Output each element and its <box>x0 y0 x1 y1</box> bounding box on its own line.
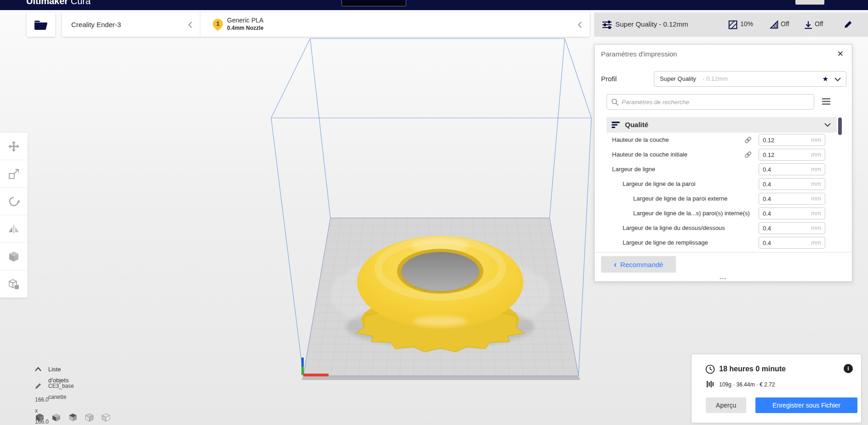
object-name: CE3_base canette <box>48 380 74 403</box>
printer-material-bar: Creality Ender-3 1 Generic PLA 0.4mm Noz… <box>62 12 590 37</box>
quality-icon <box>611 121 620 129</box>
tool-sidebar <box>0 133 28 298</box>
per-model-settings-button[interactable] <box>0 243 28 270</box>
move-icon <box>8 140 20 152</box>
setting-row: Hauteur de la couche initiale mm <box>607 147 837 162</box>
rotate-icon <box>8 196 20 207</box>
printer-selector[interactable]: Creality Ender-3 <box>62 12 200 37</box>
setting-unit: mm <box>811 149 821 161</box>
chevron-left-icon: ‹ <box>614 260 617 268</box>
view-left-button[interactable] <box>85 413 94 424</box>
cura-window: Ultimaker Cura Creality Ender-3 1 Generi… <box>0 0 868 425</box>
close-button[interactable]: ✕ <box>834 49 846 59</box>
view-right-icon <box>102 413 110 422</box>
open-file-button[interactable] <box>27 12 55 37</box>
info-icon: i <box>847 365 849 372</box>
material-selector[interactable]: 1 Generic PLA 0.4mm Nozzle <box>200 12 590 37</box>
support-blocker-button[interactable] <box>0 270 28 298</box>
scale-tool-button[interactable] <box>0 160 28 188</box>
edit-icon[interactable] <box>844 20 853 29</box>
setting-row: Largeur de ligne de la paroi externe mm <box>607 191 837 206</box>
menu-icon <box>822 98 831 105</box>
view-preset-buttons <box>35 413 110 424</box>
chevron-left-icon <box>188 21 193 28</box>
nozzle-size: 0.4mm Nozzle <box>227 24 263 32</box>
view-3d-button[interactable] <box>35 413 44 424</box>
view-top-icon <box>68 413 77 422</box>
settings-search-input[interactable] <box>607 95 814 109</box>
settings-menu-button[interactable] <box>822 98 831 106</box>
mirror-icon <box>8 223 20 235</box>
setting-list: Qualité Hauteur de la couche mm Hauteur … <box>607 117 837 251</box>
support-value: Off <box>781 20 789 28</box>
setting-row: Largeur de ligne de remplissage mm <box>607 235 837 250</box>
support-blocker-icon <box>8 278 20 290</box>
mirror-tool-button[interactable] <box>0 215 28 243</box>
tune-icon <box>602 20 612 29</box>
object-list-toggle[interactable] <box>34 364 42 375</box>
model-canette[interactable] <box>356 236 525 352</box>
setting-label: Largeur de ligne de la paroi externe <box>633 191 727 206</box>
setting-row: Hauteur de la couche mm <box>607 133 837 147</box>
recommended-label: Recommandé <box>620 261 663 268</box>
app-header: Ultimaker Cura <box>0 0 868 10</box>
print-job-card: 18 heures 0 minute i 109g · 36.44m · € 2… <box>691 354 862 423</box>
setting-row: Largeur de la ligne du dessus/dessous mm <box>607 221 837 235</box>
info-button[interactable]: i <box>844 364 853 373</box>
view-top-button[interactable] <box>68 413 77 424</box>
view-right-button[interactable] <box>102 413 110 424</box>
setting-row: Largeur de ligne mm <box>607 162 837 177</box>
move-tool-button[interactable] <box>0 133 28 160</box>
header-account-button[interactable] <box>795 0 824 5</box>
clock-icon <box>705 364 715 374</box>
view-front-icon <box>52 413 61 422</box>
setting-row: Largeur de ligne de la...s) paroi(s) int… <box>607 206 837 221</box>
infill-value: 10% <box>740 20 753 28</box>
setting-unit: mm <box>811 178 821 190</box>
printer-name: Creality Ender-3 <box>71 21 121 28</box>
print-settings-summary[interactable]: Super Quality - 0.12mm 10% Off Off <box>594 12 868 37</box>
setting-label: Hauteur de la couche <box>612 133 669 147</box>
setting-unit: mm <box>811 193 821 205</box>
setting-unit: mm <box>811 207 821 219</box>
profile-dropdown[interactable]: Super Quality - 0.12mm ★ <box>654 71 846 87</box>
setting-label: Largeur de ligne <box>612 162 655 177</box>
setting-unit: mm <box>811 222 821 234</box>
category-quality[interactable]: Qualité <box>607 117 837 133</box>
print-time: 18 heures 0 minute <box>719 365 786 373</box>
chevron-down-icon <box>834 78 841 82</box>
material-name: Generic PLA <box>227 17 263 24</box>
adhesion-icon <box>804 20 813 29</box>
setting-row: Largeur de ligne de la paroi mm <box>607 177 837 191</box>
print-settings-panel: Paramètres d'impression ✕ Profil Super Q… <box>594 44 852 282</box>
view-front-button[interactable] <box>52 413 61 424</box>
chevron-down-icon <box>824 123 831 127</box>
setting-label: Hauteur de la couche initiale <box>612 147 687 162</box>
support-icon <box>770 20 779 29</box>
scrollbar[interactable] <box>838 117 842 251</box>
panel-divider <box>595 252 852 252</box>
logo-bold: Ultimaker <box>26 0 68 6</box>
link-icon <box>744 136 752 144</box>
preview-button[interactable]: Aperçu <box>706 397 746 413</box>
setting-label: Largeur de ligne de remplissage <box>623 235 708 250</box>
setting-unit: mm <box>811 163 821 175</box>
extruder-badge-icon: 1 <box>212 18 223 31</box>
setting-label: Largeur de la ligne du dessus/dessous <box>623 221 725 235</box>
scrollbar-thumb[interactable] <box>838 117 842 135</box>
per-model-settings-icon <box>8 251 20 263</box>
star-icon: ★ <box>823 72 828 86</box>
panel-resize-handle[interactable]: ••• <box>595 276 852 281</box>
setting-unit: mm <box>811 237 821 249</box>
material-icon <box>706 380 715 388</box>
save-button[interactable]: Enregistrer sous Fichier <box>755 397 857 413</box>
scale-icon <box>8 168 20 180</box>
setting-label: Largeur de ligne de la paroi <box>623 177 695 191</box>
category-label: Qualité <box>625 117 648 133</box>
view-3d-icon <box>35 413 44 422</box>
folder-icon <box>34 19 48 30</box>
rotate-tool-button[interactable] <box>0 188 28 215</box>
recommended-mode-button[interactable]: ‹ Recommandé <box>601 256 676 273</box>
profile-name: Super Quality <box>660 72 696 86</box>
header-marketplace-button[interactable] <box>341 0 406 6</box>
